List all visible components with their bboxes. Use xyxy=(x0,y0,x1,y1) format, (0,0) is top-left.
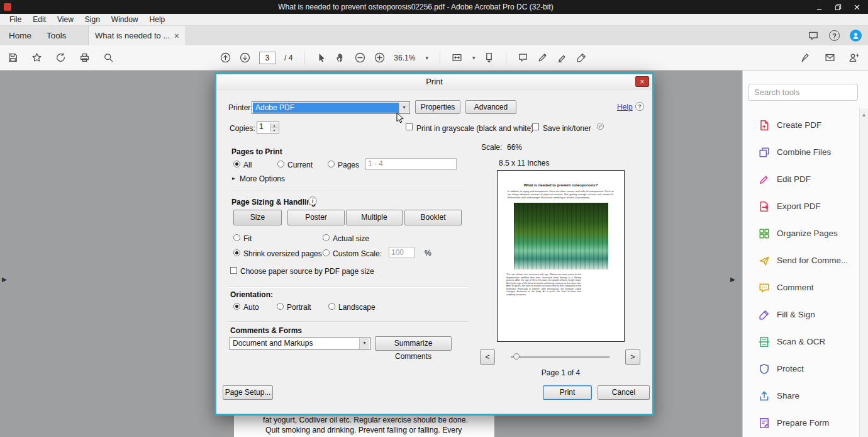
hand-tool-icon[interactable] xyxy=(335,52,346,63)
page-display-caret-icon[interactable]: ▾ xyxy=(472,55,476,61)
left-panel-expander-icon[interactable]: ▶ xyxy=(2,276,7,283)
tool-create-pdf[interactable]: Create PDF xyxy=(743,111,860,139)
tool-scan-ocr[interactable]: Scan & OCR xyxy=(743,328,860,355)
cancel-button[interactable]: Cancel xyxy=(598,385,650,400)
email-icon[interactable] xyxy=(825,52,835,63)
tool-export-pdf[interactable]: Export PDF xyxy=(743,193,860,220)
avatar[interactable] xyxy=(850,30,862,42)
pages-all-label[interactable]: All xyxy=(243,161,252,169)
notifications-comment-icon[interactable] xyxy=(808,30,819,42)
tool-comment[interactable]: Comment xyxy=(743,274,860,301)
info-icon[interactable]: i xyxy=(308,196,317,205)
tool-protect[interactable]: Protect xyxy=(743,355,860,382)
zoom-out-icon[interactable] xyxy=(355,52,365,63)
menu-edit[interactable]: Edit xyxy=(27,14,52,26)
poster-button[interactable]: Poster xyxy=(287,210,345,225)
copies-field[interactable]: 1 ▲▼ xyxy=(257,122,279,133)
search-icon[interactable] xyxy=(103,52,114,63)
summarize-comments-button[interactable]: Summarize Comments xyxy=(375,336,452,351)
share-file-icon[interactable] xyxy=(55,52,66,63)
print-button[interactable]: Print xyxy=(543,385,592,400)
menu-window[interactable]: Window xyxy=(106,14,144,26)
dialog-close-icon[interactable]: × xyxy=(635,76,649,87)
minimize-icon[interactable] xyxy=(815,3,823,11)
custom-scale-label[interactable]: Custom Scale: xyxy=(333,249,382,258)
tool-organize-pages[interactable]: Organize Pages xyxy=(743,220,860,247)
previous-page-icon[interactable] xyxy=(220,52,231,63)
pages-current-label[interactable]: Current xyxy=(287,161,313,169)
advanced-button[interactable]: Advanced xyxy=(465,100,516,114)
menu-file[interactable]: File xyxy=(4,14,27,26)
scrollbar-up-icon[interactable]: ▲ xyxy=(860,112,868,118)
paper-source-checkbox[interactable] xyxy=(230,267,237,274)
zoom-level-value[interactable]: 36.1% xyxy=(394,54,415,62)
page-display-icon[interactable] xyxy=(452,52,462,63)
pencil-markup-icon[interactable] xyxy=(537,52,548,63)
orientation-landscape-label[interactable]: Landscape xyxy=(338,303,376,312)
tool-share[interactable]: Share xyxy=(743,382,860,409)
highlighter-icon[interactable] xyxy=(557,52,567,63)
orientation-landscape-radio[interactable] xyxy=(328,303,335,310)
preview-next-button[interactable]: > xyxy=(625,349,640,365)
tool-fill-sign[interactable]: Fill & Sign xyxy=(743,301,860,328)
multiple-button[interactable]: Multiple xyxy=(346,210,403,225)
sign-pen-icon[interactable] xyxy=(576,52,587,63)
actual-size-radio[interactable] xyxy=(323,234,330,241)
help-circle-icon[interactable]: ? xyxy=(829,30,840,41)
orientation-auto-radio[interactable] xyxy=(233,303,240,310)
actual-size-label[interactable]: Actual size xyxy=(333,234,369,243)
orientation-portrait-radio[interactable] xyxy=(277,303,284,310)
print-icon[interactable] xyxy=(79,52,90,63)
page-number-input[interactable] xyxy=(259,52,275,64)
preview-page-slider[interactable] xyxy=(511,352,609,361)
orientation-portrait-label[interactable]: Portrait xyxy=(287,303,311,312)
tool-prepare-form[interactable]: Prepare Form xyxy=(743,409,860,436)
tab-home[interactable]: Home xyxy=(0,26,40,45)
add-comment-icon[interactable] xyxy=(518,52,528,63)
grayscale-checkbox[interactable] xyxy=(406,123,413,130)
paper-source-label[interactable]: Choose paper source by PDF page size xyxy=(240,267,374,276)
properties-button[interactable]: Properties xyxy=(415,100,460,114)
more-options-label[interactable]: More Options xyxy=(240,174,285,183)
custom-scale-field[interactable]: 100 xyxy=(389,247,415,258)
search-tools-input[interactable] xyxy=(748,84,858,101)
scrolling-mode-icon[interactable] xyxy=(484,52,494,63)
preview-prev-button[interactable]: < xyxy=(480,349,495,365)
tool-send-for-comments[interactable]: Send for Comme... xyxy=(743,247,860,274)
tab-close-icon[interactable]: × xyxy=(174,31,179,41)
tab-document[interactable]: What is needed to ... × xyxy=(88,26,186,45)
pages-current-radio[interactable] xyxy=(277,161,284,167)
pages-pages-label[interactable]: Pages xyxy=(338,161,359,169)
orientation-auto-label[interactable]: Auto xyxy=(243,303,259,312)
share-with-people-icon[interactable] xyxy=(849,52,859,63)
tool-combine-files[interactable]: Combine Files xyxy=(743,139,860,166)
size-button[interactable]: Size xyxy=(233,210,282,225)
custom-scale-radio[interactable] xyxy=(323,249,330,256)
menu-sign[interactable]: Sign xyxy=(79,14,106,26)
comments-forms-arrow-icon[interactable]: ▾ xyxy=(359,338,369,349)
shrink-radio[interactable] xyxy=(233,249,240,256)
favorites-star-icon[interactable] xyxy=(31,52,42,63)
page-setup-button[interactable]: Page Setup... xyxy=(223,385,273,400)
restore-icon[interactable] xyxy=(834,3,842,11)
printer-dropdown[interactable]: Adobe PDF ▾ xyxy=(252,101,410,114)
fit-radio[interactable] xyxy=(233,234,240,241)
close-icon[interactable] xyxy=(853,3,860,11)
more-options-triangle-icon[interactable]: ▸ xyxy=(232,175,235,181)
pages-all-radio[interactable] xyxy=(233,161,240,167)
tab-tools[interactable]: Tools xyxy=(38,26,75,45)
tool-edit-pdf[interactable]: Edit PDF xyxy=(743,166,860,193)
pages-pages-radio[interactable] xyxy=(328,161,335,167)
right-panel-expander-icon[interactable]: ▶ xyxy=(730,276,735,283)
help-link[interactable]: Help xyxy=(617,103,633,111)
menu-help[interactable]: Help xyxy=(144,14,171,26)
zoom-caret-icon[interactable]: ▾ xyxy=(425,55,428,61)
select-tool-icon[interactable] xyxy=(316,52,326,63)
slider-thumb[interactable] xyxy=(513,353,520,360)
shrink-label[interactable]: Shrink oversized pages xyxy=(243,249,322,258)
booklet-button[interactable]: Booklet xyxy=(404,210,462,225)
zoom-in-icon[interactable] xyxy=(374,52,385,63)
panel-scrollbar[interactable]: ▲ xyxy=(859,108,868,437)
save-ink-checkbox[interactable] xyxy=(532,123,539,130)
comments-forms-dropdown[interactable]: Document and Markups ▾ xyxy=(230,337,370,350)
